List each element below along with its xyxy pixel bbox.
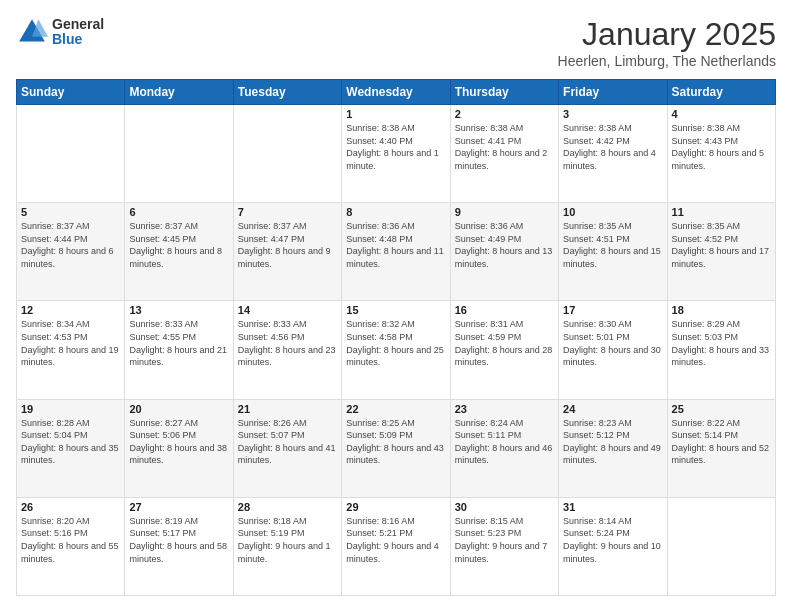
cell-info: Sunrise: 8:20 AM Sunset: 5:16 PM Dayligh… bbox=[21, 515, 120, 565]
day-number: 4 bbox=[672, 108, 771, 120]
day-number: 20 bbox=[129, 403, 228, 415]
header-tuesday: Tuesday bbox=[233, 80, 341, 105]
header-friday: Friday bbox=[559, 80, 667, 105]
month-title: January 2025 bbox=[558, 16, 776, 53]
table-row: 11Sunrise: 8:35 AM Sunset: 4:52 PM Dayli… bbox=[667, 203, 775, 301]
table-row bbox=[17, 105, 125, 203]
cell-info: Sunrise: 8:16 AM Sunset: 5:21 PM Dayligh… bbox=[346, 515, 445, 565]
table-row: 19Sunrise: 8:28 AM Sunset: 5:04 PM Dayli… bbox=[17, 399, 125, 497]
day-number: 29 bbox=[346, 501, 445, 513]
day-number: 9 bbox=[455, 206, 554, 218]
calendar-table: Sunday Monday Tuesday Wednesday Thursday… bbox=[16, 79, 776, 596]
table-row: 29Sunrise: 8:16 AM Sunset: 5:21 PM Dayli… bbox=[342, 497, 450, 595]
table-row: 27Sunrise: 8:19 AM Sunset: 5:17 PM Dayli… bbox=[125, 497, 233, 595]
day-number: 30 bbox=[455, 501, 554, 513]
logo-general: General bbox=[52, 17, 104, 32]
calendar-header-row: Sunday Monday Tuesday Wednesday Thursday… bbox=[17, 80, 776, 105]
day-number: 15 bbox=[346, 304, 445, 316]
cell-info: Sunrise: 8:34 AM Sunset: 4:53 PM Dayligh… bbox=[21, 318, 120, 368]
header-thursday: Thursday bbox=[450, 80, 558, 105]
cell-info: Sunrise: 8:28 AM Sunset: 5:04 PM Dayligh… bbox=[21, 417, 120, 467]
page-header: General Blue January 2025 Heerlen, Limbu… bbox=[16, 16, 776, 69]
day-number: 12 bbox=[21, 304, 120, 316]
cell-info: Sunrise: 8:27 AM Sunset: 5:06 PM Dayligh… bbox=[129, 417, 228, 467]
table-row: 17Sunrise: 8:30 AM Sunset: 5:01 PM Dayli… bbox=[559, 301, 667, 399]
day-number: 6 bbox=[129, 206, 228, 218]
day-number: 14 bbox=[238, 304, 337, 316]
cell-info: Sunrise: 8:33 AM Sunset: 4:55 PM Dayligh… bbox=[129, 318, 228, 368]
table-row: 18Sunrise: 8:29 AM Sunset: 5:03 PM Dayli… bbox=[667, 301, 775, 399]
table-row: 6Sunrise: 8:37 AM Sunset: 4:45 PM Daylig… bbox=[125, 203, 233, 301]
day-number: 17 bbox=[563, 304, 662, 316]
table-row: 13Sunrise: 8:33 AM Sunset: 4:55 PM Dayli… bbox=[125, 301, 233, 399]
calendar-week-row: 19Sunrise: 8:28 AM Sunset: 5:04 PM Dayli… bbox=[17, 399, 776, 497]
cell-info: Sunrise: 8:15 AM Sunset: 5:23 PM Dayligh… bbox=[455, 515, 554, 565]
logo-text: General Blue bbox=[52, 17, 104, 48]
day-number: 1 bbox=[346, 108, 445, 120]
header-saturday: Saturday bbox=[667, 80, 775, 105]
day-number: 31 bbox=[563, 501, 662, 513]
cell-info: Sunrise: 8:18 AM Sunset: 5:19 PM Dayligh… bbox=[238, 515, 337, 565]
cell-info: Sunrise: 8:30 AM Sunset: 5:01 PM Dayligh… bbox=[563, 318, 662, 368]
table-row: 12Sunrise: 8:34 AM Sunset: 4:53 PM Dayli… bbox=[17, 301, 125, 399]
cell-info: Sunrise: 8:24 AM Sunset: 5:11 PM Dayligh… bbox=[455, 417, 554, 467]
cell-info: Sunrise: 8:36 AM Sunset: 4:49 PM Dayligh… bbox=[455, 220, 554, 270]
day-number: 19 bbox=[21, 403, 120, 415]
cell-info: Sunrise: 8:29 AM Sunset: 5:03 PM Dayligh… bbox=[672, 318, 771, 368]
table-row: 5Sunrise: 8:37 AM Sunset: 4:44 PM Daylig… bbox=[17, 203, 125, 301]
calendar-week-row: 12Sunrise: 8:34 AM Sunset: 4:53 PM Dayli… bbox=[17, 301, 776, 399]
day-number: 25 bbox=[672, 403, 771, 415]
header-wednesday: Wednesday bbox=[342, 80, 450, 105]
cell-info: Sunrise: 8:32 AM Sunset: 4:58 PM Dayligh… bbox=[346, 318, 445, 368]
cell-info: Sunrise: 8:26 AM Sunset: 5:07 PM Dayligh… bbox=[238, 417, 337, 467]
day-number: 27 bbox=[129, 501, 228, 513]
table-row: 28Sunrise: 8:18 AM Sunset: 5:19 PM Dayli… bbox=[233, 497, 341, 595]
cell-info: Sunrise: 8:23 AM Sunset: 5:12 PM Dayligh… bbox=[563, 417, 662, 467]
cell-info: Sunrise: 8:25 AM Sunset: 5:09 PM Dayligh… bbox=[346, 417, 445, 467]
cell-info: Sunrise: 8:35 AM Sunset: 4:51 PM Dayligh… bbox=[563, 220, 662, 270]
table-row: 4Sunrise: 8:38 AM Sunset: 4:43 PM Daylig… bbox=[667, 105, 775, 203]
table-row: 26Sunrise: 8:20 AM Sunset: 5:16 PM Dayli… bbox=[17, 497, 125, 595]
table-row: 22Sunrise: 8:25 AM Sunset: 5:09 PM Dayli… bbox=[342, 399, 450, 497]
day-number: 24 bbox=[563, 403, 662, 415]
day-number: 10 bbox=[563, 206, 662, 218]
header-monday: Monday bbox=[125, 80, 233, 105]
day-number: 13 bbox=[129, 304, 228, 316]
table-row: 2Sunrise: 8:38 AM Sunset: 4:41 PM Daylig… bbox=[450, 105, 558, 203]
table-row: 21Sunrise: 8:26 AM Sunset: 5:07 PM Dayli… bbox=[233, 399, 341, 497]
cell-info: Sunrise: 8:37 AM Sunset: 4:47 PM Dayligh… bbox=[238, 220, 337, 270]
table-row bbox=[233, 105, 341, 203]
table-row: 31Sunrise: 8:14 AM Sunset: 5:24 PM Dayli… bbox=[559, 497, 667, 595]
cell-info: Sunrise: 8:37 AM Sunset: 4:44 PM Dayligh… bbox=[21, 220, 120, 270]
day-number: 26 bbox=[21, 501, 120, 513]
day-number: 23 bbox=[455, 403, 554, 415]
calendar-week-row: 1Sunrise: 8:38 AM Sunset: 4:40 PM Daylig… bbox=[17, 105, 776, 203]
cell-info: Sunrise: 8:38 AM Sunset: 4:41 PM Dayligh… bbox=[455, 122, 554, 172]
table-row: 7Sunrise: 8:37 AM Sunset: 4:47 PM Daylig… bbox=[233, 203, 341, 301]
table-row: 24Sunrise: 8:23 AM Sunset: 5:12 PM Dayli… bbox=[559, 399, 667, 497]
cell-info: Sunrise: 8:38 AM Sunset: 4:43 PM Dayligh… bbox=[672, 122, 771, 172]
day-number: 28 bbox=[238, 501, 337, 513]
day-number: 7 bbox=[238, 206, 337, 218]
table-row: 20Sunrise: 8:27 AM Sunset: 5:06 PM Dayli… bbox=[125, 399, 233, 497]
day-number: 22 bbox=[346, 403, 445, 415]
table-row: 14Sunrise: 8:33 AM Sunset: 4:56 PM Dayli… bbox=[233, 301, 341, 399]
day-number: 18 bbox=[672, 304, 771, 316]
day-number: 3 bbox=[563, 108, 662, 120]
cell-info: Sunrise: 8:36 AM Sunset: 4:48 PM Dayligh… bbox=[346, 220, 445, 270]
day-number: 2 bbox=[455, 108, 554, 120]
cell-info: Sunrise: 8:35 AM Sunset: 4:52 PM Dayligh… bbox=[672, 220, 771, 270]
calendar-week-row: 26Sunrise: 8:20 AM Sunset: 5:16 PM Dayli… bbox=[17, 497, 776, 595]
table-row: 9Sunrise: 8:36 AM Sunset: 4:49 PM Daylig… bbox=[450, 203, 558, 301]
table-row: 8Sunrise: 8:36 AM Sunset: 4:48 PM Daylig… bbox=[342, 203, 450, 301]
logo-icon bbox=[16, 16, 48, 48]
logo-blue: Blue bbox=[52, 32, 104, 47]
table-row: 15Sunrise: 8:32 AM Sunset: 4:58 PM Dayli… bbox=[342, 301, 450, 399]
table-row: 16Sunrise: 8:31 AM Sunset: 4:59 PM Dayli… bbox=[450, 301, 558, 399]
table-row: 1Sunrise: 8:38 AM Sunset: 4:40 PM Daylig… bbox=[342, 105, 450, 203]
table-row: 25Sunrise: 8:22 AM Sunset: 5:14 PM Dayli… bbox=[667, 399, 775, 497]
location-title: Heerlen, Limburg, The Netherlands bbox=[558, 53, 776, 69]
day-number: 8 bbox=[346, 206, 445, 218]
calendar-page: General Blue January 2025 Heerlen, Limbu… bbox=[0, 0, 792, 612]
cell-info: Sunrise: 8:31 AM Sunset: 4:59 PM Dayligh… bbox=[455, 318, 554, 368]
